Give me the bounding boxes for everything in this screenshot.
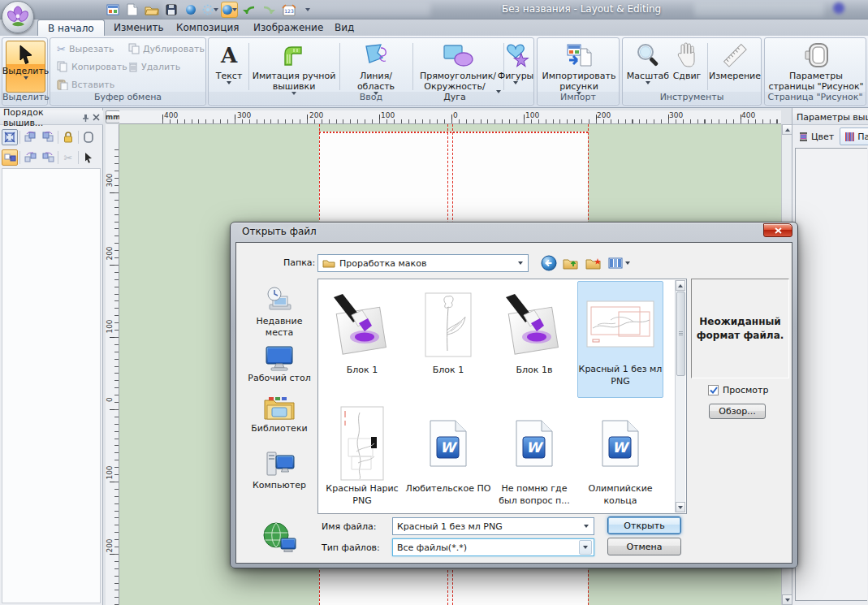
close-x-icon bbox=[775, 227, 782, 234]
sidebar-item-network[interactable] bbox=[242, 519, 317, 556]
reorder-down-icon[interactable] bbox=[40, 149, 56, 166]
ruler-unit-button[interactable]: mm bbox=[106, 110, 120, 123]
color-order-icon[interactable] bbox=[2, 149, 18, 166]
file-item[interactable]: W Не помню где был вопрос п... bbox=[491, 401, 577, 518]
network-icon bbox=[261, 519, 297, 556]
file-item[interactable]: Красный Нарис PNG bbox=[319, 401, 405, 518]
tab-image[interactable]: Изображение bbox=[244, 19, 333, 36]
line-region-button[interactable]: Линия/область bbox=[342, 41, 410, 95]
zoom-tool-button[interactable]: Масштаб bbox=[627, 41, 669, 84]
save-icon[interactable] bbox=[162, 2, 179, 18]
filetype-combobox[interactable]: Все файлы(*.*) bbox=[392, 538, 594, 556]
undo-icon[interactable] bbox=[240, 2, 257, 18]
tab-view[interactable]: Вид bbox=[325, 19, 364, 36]
realistic-view-icon[interactable] bbox=[201, 2, 218, 18]
close-panel-icon[interactable] bbox=[93, 114, 100, 121]
design-settings-icon[interactable] bbox=[104, 2, 121, 18]
sewing-order-toolbar-row1 bbox=[2, 127, 102, 147]
sewing-order-list[interactable] bbox=[2, 168, 101, 603]
up-one-level-button[interactable] bbox=[561, 253, 581, 273]
attributes-body bbox=[795, 148, 867, 601]
browse-button[interactable]: Обзор... bbox=[709, 404, 766, 419]
cut-button[interactable]: ✂ Вырезать bbox=[57, 43, 114, 55]
file-item[interactable]: Блок 1 bbox=[319, 283, 405, 400]
preview-checkbox[interactable] bbox=[708, 385, 719, 395]
tab-thread-color[interactable]: Цвет bbox=[794, 127, 838, 145]
file-item[interactable]: Блок 1 bbox=[405, 283, 491, 400]
ribbon: Выделить Выделить ✂ Вырезать Копировать … bbox=[0, 36, 868, 108]
import-images-button[interactable]: Импортировать рисунки bbox=[539, 41, 619, 95]
sewing-order-panel: Порядок вышив... ✂ bbox=[0, 108, 103, 605]
ribbon-group-page: Параметры страницы "Рисунок" Страница "Р… bbox=[764, 37, 866, 106]
tab-edit[interactable]: Изменить bbox=[104, 19, 174, 36]
copy-button[interactable]: Копировать bbox=[57, 61, 127, 72]
reorder-up-icon[interactable] bbox=[22, 149, 38, 166]
filename-combobox[interactable]: Красный 1 без мл PNG bbox=[392, 517, 594, 535]
measure-tool-button[interactable]: Измерение bbox=[710, 41, 760, 81]
fit-design-icon[interactable] bbox=[2, 129, 18, 145]
back-button[interactable] bbox=[539, 253, 559, 273]
select-button[interactable]: Выделить bbox=[6, 41, 45, 93]
move-forward-icon[interactable] bbox=[22, 129, 38, 145]
file-item-selected[interactable]: Красный 1 без мл PNG bbox=[577, 281, 663, 398]
views-button[interactable] bbox=[606, 253, 632, 273]
file-item[interactable]: W Любительское ПО bbox=[405, 401, 491, 518]
page-settings-button[interactable]: Параметры страницы "Рисунок" bbox=[767, 41, 865, 92]
pan-tool-button[interactable]: Сдвиг bbox=[670, 41, 704, 81]
hand-stitch-button[interactable]: Имитация ручной вышивки bbox=[251, 41, 337, 95]
view-mode-selected-icon[interactable] bbox=[221, 2, 238, 18]
list-scroll-up[interactable] bbox=[676, 280, 685, 291]
folder-combobox[interactable]: Проработка маков bbox=[317, 254, 529, 272]
open-button[interactable]: Открыть bbox=[607, 516, 681, 534]
pin-icon[interactable] bbox=[81, 114, 89, 122]
new-folder-icon bbox=[585, 257, 602, 270]
file-list-scrollbar[interactable] bbox=[675, 280, 685, 512]
cancel-button[interactable]: Отмена bbox=[607, 538, 681, 555]
dropdown-caret-icon bbox=[513, 81, 518, 84]
frame-icon[interactable] bbox=[80, 129, 97, 145]
list-scroll-down[interactable] bbox=[676, 502, 685, 512]
tab-home[interactable]: В начало bbox=[37, 19, 105, 36]
file-item[interactable]: Блок 1в bbox=[491, 283, 577, 400]
hand-icon bbox=[676, 42, 698, 68]
sidebar-item-computer[interactable]: Компьютер bbox=[242, 449, 317, 491]
tab-composition[interactable]: Композиция bbox=[166, 19, 248, 36]
duplicate-button[interactable]: Дублировать bbox=[128, 43, 205, 54]
delete-button[interactable]: Удалить bbox=[128, 61, 180, 72]
trash-icon bbox=[128, 61, 138, 72]
design-property-icon[interactable]: 123 bbox=[279, 2, 296, 18]
new-folder-button[interactable] bbox=[584, 253, 603, 273]
lock-icon[interactable] bbox=[60, 129, 76, 145]
ribbon-group-input: A Текст Имитация ручной вышивки bbox=[208, 37, 534, 106]
list-scroll-thumb[interactable] bbox=[676, 292, 685, 376]
svg-text:W: W bbox=[440, 439, 458, 456]
new-document-icon[interactable] bbox=[123, 2, 140, 18]
move-backward-icon[interactable] bbox=[40, 129, 56, 145]
duplicate-icon bbox=[128, 43, 140, 54]
select-cursor-icon[interactable] bbox=[80, 149, 97, 166]
open-file-icon[interactable] bbox=[143, 2, 160, 18]
text-tool-button[interactable]: A Текст bbox=[212, 41, 246, 84]
dropdown-caret-icon bbox=[518, 261, 523, 265]
dialog-close-button[interactable] bbox=[763, 223, 792, 237]
thread-spool-icon bbox=[798, 132, 809, 142]
sidebar-item-desktop[interactable]: Рабочий стол bbox=[242, 344, 317, 384]
shapes-button[interactable]: Фигуры bbox=[498, 41, 533, 84]
application-menu-button[interactable] bbox=[2, 1, 34, 33]
file-item[interactable]: W Олимпийские кольца bbox=[577, 401, 663, 518]
redo-icon[interactable] bbox=[260, 2, 277, 18]
file-list[interactable]: Блок 1 Блок 1 bbox=[317, 279, 687, 514]
paste-button[interactable]: Вставить bbox=[57, 79, 114, 90]
sidebar-item-libraries[interactable]: Библиотеки bbox=[242, 392, 317, 434]
tab-stitch-attributes[interactable]: Па bbox=[840, 127, 868, 145]
sketch-thumbnail bbox=[425, 292, 472, 357]
scissors-icon: ✂ bbox=[57, 43, 66, 55]
word-document-icon: W bbox=[514, 419, 555, 468]
title-bar: Без названия - Layout & Editing 123 bbox=[0, 0, 868, 19]
image-brush-icon bbox=[331, 292, 393, 357]
stitch-view-icon[interactable] bbox=[182, 2, 199, 18]
sidebar-item-recent[interactable]: Недавние места bbox=[242, 285, 317, 339]
customize-qat-icon[interactable] bbox=[299, 2, 316, 18]
filetype-dropdown-button[interactable] bbox=[579, 540, 592, 555]
dropdown-caret-icon bbox=[214, 8, 218, 11]
